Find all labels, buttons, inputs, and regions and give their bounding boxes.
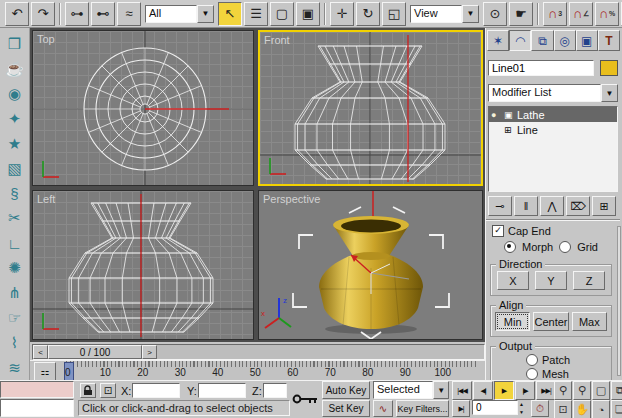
set-key-toggle[interactable] [290, 382, 320, 416]
modifier-list-dropdown[interactable]: Modifier List ▼ [488, 84, 618, 102]
key-filters-button[interactable]: Key Filters... [396, 400, 449, 417]
chevron-down-icon[interactable]: ▼ [433, 381, 449, 399]
tab-create[interactable]: ✶ [487, 30, 509, 51]
align-center-button[interactable]: Center [533, 312, 568, 331]
select-object-button[interactable]: ↖ [218, 2, 242, 26]
grid-radio[interactable] [559, 241, 571, 253]
configure-modifier-sets-button[interactable]: ⊞ [592, 196, 616, 216]
angle-snap-button[interactable]: ∩∠ [569, 2, 593, 26]
region-zoom-button[interactable]: ⊡ [554, 400, 572, 418]
chevron-down-icon[interactable]: ▼ [462, 5, 479, 23]
undo-button[interactable]: ↶ [5, 2, 29, 26]
zoom-extents-button[interactable]: ▢ [592, 381, 610, 400]
tab-hierarchy[interactable]: ⧉ [531, 30, 553, 51]
spring-icon[interactable]: § [3, 181, 27, 206]
frame-spinner[interactable]: ▲▼ [519, 400, 528, 417]
absolute-mode-toggle[interactable]: ⊡ [100, 383, 116, 398]
output-radio[interactable] [526, 354, 538, 366]
play-button[interactable]: ▶ [494, 381, 514, 400]
waves-icon[interactable]: ≋ [3, 355, 27, 380]
object-name-field[interactable] [488, 60, 594, 76]
key-mode-toggle-button[interactable]: ▶| [452, 400, 470, 417]
chevron-down-icon[interactable]: ▼ [601, 84, 618, 102]
min-max-toggle-button[interactable]: ❏ [611, 400, 622, 418]
direction-z-button[interactable]: Z [573, 271, 605, 290]
y-coord-field[interactable] [198, 383, 246, 398]
morph-radio[interactable] [504, 241, 516, 253]
viewport-perspective[interactable]: Perspective [258, 190, 483, 340]
maxscript-mini-listener[interactable] [0, 381, 74, 398]
select-and-manipulate-button[interactable]: ☛ [509, 2, 533, 26]
rect-selection-region-button[interactable]: ▢ [270, 2, 294, 26]
z-coord-field[interactable] [263, 383, 287, 398]
output-radio[interactable] [526, 368, 538, 380]
stack-row-lathe[interactable]: ● ▣ Lathe [489, 107, 617, 122]
zoom-all-button[interactable]: ⚲ [573, 381, 591, 400]
pan-button[interactable]: ✋ [573, 400, 591, 418]
direction-y-button[interactable]: Y [535, 271, 567, 290]
pin-stack-button[interactable]: ⊸ [488, 196, 512, 216]
x-coord-field[interactable] [132, 383, 180, 398]
next-frame-arrow[interactable]: > [142, 345, 157, 359]
align-min-button[interactable]: Min [495, 312, 530, 331]
faucet-icon[interactable]: ⌇ [3, 330, 27, 355]
chevron-down-icon[interactable]: ▼ [197, 5, 214, 23]
pipe-elbow-icon[interactable]: ∟ [3, 231, 27, 256]
teapot-icon[interactable]: ☕ [3, 57, 27, 82]
zoom-extents-all-button[interactable]: ⧉ [611, 381, 622, 400]
go-to-start-button[interactable]: |◀◀ [452, 381, 472, 400]
knife-icon[interactable]: ✂ [3, 206, 27, 231]
select-and-move-button[interactable]: ✛ [330, 2, 354, 26]
auto-key-button[interactable]: Auto Key [322, 381, 370, 399]
set-key-button[interactable]: Set Key [322, 400, 370, 417]
redo-button[interactable]: ↷ [31, 2, 55, 26]
cone-icon[interactable]: ✦ [3, 107, 27, 132]
selection-lock-toggle[interactable] [80, 383, 96, 398]
select-and-link-button[interactable]: ⊶ [65, 2, 89, 26]
prev-frame-button[interactable]: ◀| [473, 381, 493, 400]
rollout-scrollbar[interactable] [617, 226, 621, 376]
select-and-rotate-button[interactable]: ↻ [356, 2, 380, 26]
snap-toggle-3d-button[interactable]: ∩3 [543, 2, 567, 26]
reference-coordinate-dropdown[interactable]: View ▼ [410, 5, 479, 23]
tab-modify[interactable]: ◠ [509, 30, 531, 51]
hand-icon[interactable]: ☞ [3, 305, 27, 330]
default-in-out-tangents-button[interactable]: ∿ [373, 400, 393, 417]
current-frame-field[interactable] [472, 400, 518, 415]
window-crossing-button[interactable]: ▣ [296, 2, 320, 26]
show-end-result-button[interactable]: ‖ [514, 196, 538, 216]
go-to-end-button[interactable]: ▶▶| [536, 381, 556, 400]
direction-x-button[interactable]: X [497, 271, 529, 290]
align-max-button[interactable]: Max [572, 312, 607, 331]
track-bar[interactable]: ⚏ 0102030405060708090100 [30, 360, 485, 380]
primitives-icon[interactable]: ❒ [3, 32, 27, 57]
object-color-swatch[interactable] [600, 60, 618, 76]
select-by-name-button[interactable]: ☰ [244, 2, 268, 26]
tab-motion[interactable]: ◎ [554, 30, 576, 51]
viewport-front[interactable]: Front [258, 30, 483, 186]
next-frame-button[interactable]: |▶ [515, 381, 535, 400]
key-filter-dropdown[interactable]: Selected ▼ [373, 381, 449, 399]
arc-rotate-button[interactable]: ◔ [592, 400, 610, 418]
zoom-button[interactable]: ⚲ [554, 381, 572, 400]
tab-utilities[interactable]: T [598, 30, 620, 51]
time-configuration-button[interactable]: ⏱ [531, 400, 549, 417]
gear-icon[interactable]: ✺ [3, 256, 27, 281]
grids-icon[interactable]: ▧ [3, 156, 27, 181]
percent-snap-button[interactable]: ∩% [595, 2, 619, 26]
make-unique-button[interactable]: ⋀ [540, 196, 564, 216]
previous-frame-arrow[interactable]: < [33, 345, 48, 359]
bind-to-spacewarp-button[interactable]: ≈ [117, 2, 141, 26]
maxscript-listener-input[interactable] [0, 399, 74, 417]
selection-filter-dropdown[interactable]: All ▼ [145, 5, 214, 23]
viewport-top[interactable]: Top [32, 30, 254, 186]
use-pivot-center-button[interactable]: ⊙ [483, 2, 507, 26]
remove-modifier-button[interactable]: ⌦ [566, 196, 590, 216]
viewport-left[interactable]: Left [32, 190, 254, 340]
tab-display[interactable]: ▣ [576, 30, 598, 51]
sphere-icon[interactable]: ◉ [3, 82, 27, 107]
unlink-selection-button[interactable]: ⊷ [91, 2, 115, 26]
lightbulb-icon[interactable]: ● [491, 110, 501, 120]
select-and-scale-button[interactable]: ◱ [382, 2, 406, 26]
stack-row-line[interactable]: ⊞ Line [489, 122, 617, 137]
